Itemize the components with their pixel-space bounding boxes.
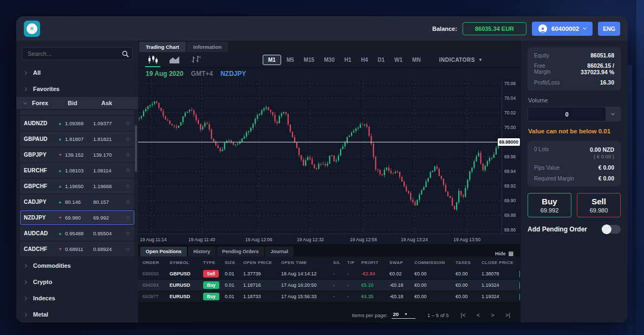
pair-bid: 0.68911 — [65, 246, 93, 252]
timeframe-m5[interactable]: M5 — [282, 55, 298, 65]
pair-row-gbpjpy[interactable]: GBPJPY▼139.152139.170☆ — [20, 147, 134, 162]
ohlc-chart-type-button[interactable]: 1 — [187, 53, 205, 67]
hide-panel-button[interactable]: Hide ▤ — [495, 250, 518, 256]
tab-journal[interactable]: Journal — [265, 247, 294, 256]
pair-row-audnzd[interactable]: AUDNZD▲1.093691.09377☆ — [20, 116, 134, 131]
timeframe-d1[interactable]: D1 — [373, 55, 389, 65]
pair-row-eurchf[interactable]: EURCHF▲1.081031.08114☆ — [20, 163, 134, 178]
timeframe-h4[interactable]: H4 — [357, 55, 373, 65]
candlestick-plot[interactable] — [138, 79, 502, 234]
close-price-cell: 1.38078 — [482, 271, 519, 276]
account-stats-card: Equity 86051.68 Free Margin 86026.15 / 3… — [528, 47, 621, 91]
ask-column-header: Ask — [101, 100, 129, 106]
search-input[interactable] — [22, 50, 118, 57]
favorite-star-icon[interactable]: ☆ — [121, 198, 131, 205]
price-axis-tick: 69.96 — [504, 154, 516, 159]
symbol-cell: GBPUSD — [170, 271, 203, 276]
indicators-button[interactable]: INDICATORS ▼ — [439, 57, 483, 63]
sidebar-item-commodities[interactable]: Commodities — [16, 257, 138, 274]
timeframe-m15[interactable]: M15 — [300, 55, 318, 65]
tab-trading-chart[interactable]: Trading Chart — [139, 42, 186, 52]
favorite-star-icon[interactable]: ☆ — [121, 167, 131, 174]
column-header-profit: PROFIT — [361, 260, 389, 265]
items-per-page: Items per page: 20 ▼ — [352, 311, 415, 319]
favorite-star-icon[interactable]: ☆ — [121, 214, 131, 221]
pair-row-audcad[interactable]: AUDCAD▲0.954880.95504☆ — [20, 226, 134, 241]
balance-label: Balance: — [432, 25, 457, 32]
first-page-button[interactable]: |< — [461, 312, 466, 318]
pair-row-gbpaud[interactable]: GBPAUD▲1.818071.81821☆ — [20, 132, 134, 146]
favorite-star-icon[interactable]: ☆ — [121, 246, 131, 253]
column-header-open-price: OPEN PRICE — [243, 260, 281, 265]
tab-open-positions[interactable]: Open Positions — [140, 247, 187, 256]
last-page-button[interactable]: >| — [505, 312, 510, 318]
favorite-star-icon[interactable]: ☆ — [121, 151, 131, 158]
sell-button[interactable]: Sell 69.980 — [577, 193, 621, 217]
pair-bid: 1.19650 — [65, 183, 93, 189]
order-info-card: 0 Lots 0.00 NZD ( € 0.00 ) Pips Value € … — [528, 141, 621, 186]
sidebar-item-label: Commodities — [33, 262, 71, 269]
timeframe-m1[interactable]: M1 — [263, 55, 281, 65]
chart-type-buttons: 1 — [138, 53, 211, 67]
backdrop-bar — [81, 330, 569, 335]
search-icon[interactable] — [118, 50, 132, 57]
add-pending-order-toggle[interactable] — [601, 225, 621, 234]
area-chart-type-button[interactable] — [165, 53, 184, 67]
app-logo[interactable]: ≡ — [24, 21, 40, 37]
pair-ask: 0.68924 — [93, 246, 121, 252]
items-per-page-select[interactable]: 20 ▼ — [392, 311, 415, 319]
volume-select[interactable]: 0 — [528, 107, 621, 121]
account-button[interactable]: 60400002 — [532, 22, 593, 36]
sidebar-item-forex[interactable]: Forex Bid Ask — [16, 97, 138, 109]
add-pending-order-label: Add Pending Order — [528, 226, 587, 233]
timeframe-m30[interactable]: M30 — [320, 55, 339, 65]
sidebar-item-label: Crypto — [33, 279, 52, 285]
pair-row-gbpchf[interactable]: GBPCHF▲1.196501.19668☆ — [20, 179, 134, 194]
time-axis-tick: 19 Aug 13:50 — [453, 237, 480, 242]
free-margin-label: Free Margin — [534, 63, 560, 75]
sidebar-item-favorites[interactable]: Favorites — [16, 81, 138, 97]
favorite-star-icon[interactable]: ☆ — [121, 120, 131, 127]
language-button[interactable]: ENG — [598, 22, 620, 36]
open-time-cell: 17 Aug 16:20:50 — [281, 282, 333, 288]
tab-information[interactable]: Information — [187, 42, 228, 52]
favorite-star-icon[interactable]: ☆ — [121, 183, 131, 190]
balance-value: 86035.34 EUR — [463, 22, 526, 35]
pair-bid: 1.81807 — [65, 136, 93, 142]
timeframe-mn[interactable]: MN — [408, 55, 425, 65]
chart-area[interactable]: 69.98000 70.0670.0470.0270.0069.9669.946… — [138, 79, 520, 234]
sidebar-item-metal[interactable]: Metal — [16, 306, 138, 323]
candlestick-chart-type-button[interactable] — [144, 53, 162, 67]
prev-page-button[interactable]: < — [477, 312, 480, 318]
sidebar-item-crypto[interactable]: Crypto — [16, 274, 138, 290]
chevron-right-icon — [23, 296, 27, 300]
time-axis[interactable]: 19 Aug 11:1419 Aug 11:4019 Aug 12:0619 A… — [138, 234, 520, 244]
chevron-right-icon — [23, 87, 27, 91]
next-page-button[interactable]: > — [491, 312, 494, 318]
pair-row-clipped[interactable] — [20, 110, 134, 115]
timeframe-w1[interactable]: W1 — [390, 55, 407, 65]
sidebar-item-indeces[interactable]: Indeces — [16, 290, 138, 306]
price-axis-tick: 69.94 — [504, 169, 516, 174]
chevron-right-icon — [23, 312, 27, 316]
open-price-cell: 1.18716 — [243, 282, 281, 288]
price-axis[interactable]: 69.98000 70.0670.0470.0270.0069.9669.946… — [502, 79, 520, 234]
open-time-cell: 17 Aug 15:56:33 — [281, 294, 333, 299]
account-id: 60400002 — [551, 25, 579, 32]
price-axis-tick: 70.02 — [504, 110, 516, 115]
tab-pending-orders[interactable]: Pending Orders — [217, 247, 264, 256]
pair-row-cadchf[interactable]: CADCHF▼0.689110.68924☆ — [20, 242, 134, 256]
timeframe-h1[interactable]: H1 — [340, 55, 356, 65]
pair-ask: 80.157 — [93, 199, 121, 205]
favorite-star-icon[interactable]: ☆ — [121, 136, 131, 143]
order-cell: 693977 — [142, 294, 170, 299]
pair-row-nzdjpy[interactable]: NZDJPY▼69.98069.992☆ — [20, 210, 134, 225]
pair-row-cadjpy[interactable]: CADJPY▲80.14680.157☆ — [20, 195, 134, 209]
buy-button[interactable]: Buy 69.992 — [528, 193, 571, 217]
tab-history[interactable]: History — [188, 247, 216, 256]
favorite-star-icon[interactable]: ☆ — [121, 230, 131, 237]
sidebar-scrollbar[interactable] — [135, 125, 137, 172]
pair-symbol: AUDCAD — [24, 230, 55, 236]
column-header-symbol: SYMBOL — [170, 260, 203, 265]
sidebar-item-all[interactable]: All — [16, 65, 138, 81]
